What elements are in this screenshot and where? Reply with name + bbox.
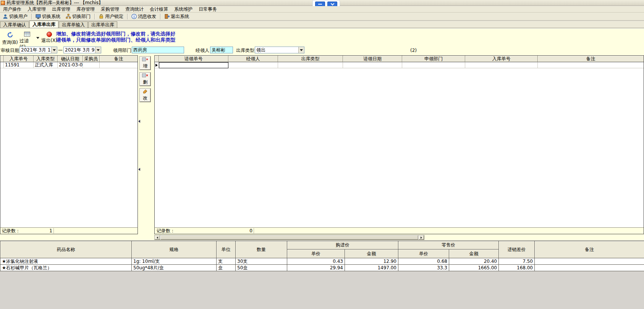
inbound-cell-type[interactable]: 正式入库 [34,62,58,68]
req-cell-req-date[interactable] [343,62,402,68]
inbound-cell-order-no[interactable]: 11591 [4,62,34,68]
detail-cell-spec[interactable]: 1g: 10ml/支 [132,258,217,265]
req-cell-inbound-no[interactable] [465,62,538,68]
detail-cell-qty[interactable]: 30支 [236,258,287,265]
detail-cell-retail-price[interactable]: 33.3 [398,265,449,271]
detail-row[interactable]: ★石杉碱甲片（瓦格兰） 50ug*48片/盒 盒 50盒 29.94 1497.… [0,265,644,271]
filter-button[interactable]: 过滤(F) [19,31,35,45]
message-button[interactable]: 消息收发 [129,13,159,21]
date-to-value: 2021年 3月 9日 [64,47,95,53]
current-row-marker-icon [155,64,158,67]
handler-input[interactable]: 吴榕彬 [210,47,233,53]
delete-button-label: 删 [143,79,147,85]
detail-cell-remark[interactable] [535,258,644,265]
query-button-label: 查询(B) [2,39,18,46]
detail-row[interactable]: ★浓氯化钠注射液 1g: 10ml/支 支 30支 0.43 12.90 0.6… [0,258,644,265]
requisition-record-count: 0 [175,228,254,233]
menu-item-user-operations[interactable]: 用户操作 [0,6,24,13]
scroll-right-button[interactable] [419,235,424,240]
req-col-dept: 申领部门 [402,56,465,62]
detail-cell-purchase-price[interactable]: 0.43 [287,258,345,265]
inbound-col-buyer: 采购员 [83,56,100,62]
req-cell-dept[interactable] [402,62,465,68]
detail-cell-spec[interactable]: 50ug*48片/盒 [132,265,217,271]
menu-item-query-stats[interactable]: 查询统计 [122,6,147,13]
menu-item-system-maintenance[interactable]: 系统维护 [171,6,196,13]
requisition-row[interactable] [155,62,644,68]
detail-cell-unit[interactable]: 盒 [217,265,236,271]
dept-label: 领用部门 [113,47,131,54]
switch-system-label: 切换系统 [42,13,60,20]
req-cell-req-no[interactable] [159,62,228,68]
modify-button[interactable]: 改 [140,89,150,102]
date-to-dropdown[interactable] [95,47,101,53]
scroll-left-button[interactable] [155,235,160,240]
switch-user-button[interactable]: 切换用户 [0,13,30,21]
detail-cell-drug[interactable]: ★石杉碱甲片（瓦格兰） [0,265,132,271]
detail-cell-retail-amount[interactable]: 1665.00 [449,265,499,271]
refresh-icon [7,32,13,39]
menu-item-inventory-mgmt[interactable]: 库存管理 [73,6,98,13]
count-badge: (2) [410,47,417,54]
detail-cell-retail-amount[interactable]: 20.40 [449,258,499,265]
req-cell-outbound-type[interactable] [278,62,343,68]
outbound-type-label: 出库类型 [236,47,254,54]
req-cell-handler[interactable] [228,62,278,68]
detail-col-price-diff: 进销差价 [499,241,535,258]
detail-cell-purchase-amount[interactable]: 12.90 [345,258,398,265]
chevron-down-icon [97,49,100,51]
menu-item-inbound-mgmt[interactable]: 入库管理 [24,6,49,13]
exit-button[interactable]: 退出(X) [40,31,58,45]
delete-button[interactable]: 删 [140,72,150,86]
dept-input[interactable]: 西药房 [132,47,184,53]
app-window: 药库管理系统【西药库--吴榕彬】--- 【mchis】 用户操作 入库管理 出库… [0,0,644,309]
inbound-row[interactable]: 11591 正式入库 2021-03-08 [0,62,138,68]
date-to-combo[interactable]: 2021年 3月 9日 [63,47,101,53]
detail-cell-purchase-price[interactable]: 29.94 [287,265,345,271]
detail-col-purchase-amount: 金额 [345,249,398,258]
menu-item-purchase-mgmt[interactable]: 采购管理 [98,6,122,13]
switch-system-button[interactable]: 切换系统 [33,13,63,21]
req-cell-remark[interactable] [538,62,644,68]
add-button[interactable]: 增 [140,56,150,70]
menu-item-outbound-mgmt[interactable]: 出库管理 [49,6,73,13]
detail-cell-purchase-amount[interactable]: 1497.00 [345,265,398,271]
detail-col-purchase-unit-price: 单价 [287,249,345,258]
date-from-combo[interactable]: 2021年 3月 1日 [19,47,57,53]
menu-item-daily-affairs[interactable]: 日常事务 [196,6,220,13]
menu-bar: 用户操作 入库管理 出库管理 库存管理 采购管理 查询统计 会计核算 系统维护 … [0,6,644,13]
detail-cell-remark[interactable] [535,265,644,271]
requisition-grid-footer: 记录数： 0 [154,227,644,234]
splitter-collapse-top-icon[interactable] [138,119,141,124]
outbound-type-dropdown[interactable] [298,47,304,53]
filter-dropdown-button[interactable] [36,35,40,40]
toolbar-separator [31,14,32,19]
detail-colgroup-retail: 零售价 单价 金额 [398,241,499,258]
exit-system-button[interactable]: 退出系统 [162,13,191,21]
scrollbar-thumb[interactable] [160,235,418,240]
detail-cell-diff[interactable]: 7.50 [499,258,535,265]
splitter-collapse-bottom-icon[interactable] [138,167,141,172]
detail-cell-qty[interactable]: 50盒 [236,265,287,271]
menu-item-accounting[interactable]: 会计核算 [147,6,171,13]
inbound-cell-buyer[interactable] [83,62,100,68]
detail-cell-retail-price[interactable]: 0.68 [398,258,449,265]
hint-text-line2: 请领单，只能修改单据的领用部门、经领人和出库类型 [56,37,175,43]
detail-cell-diff[interactable]: 168.00 [499,265,535,271]
inbound-cell-confirm-date[interactable]: 2021-03-08 [58,62,83,68]
query-button[interactable]: 查询(B) [1,31,19,45]
inbound-cell-remark[interactable] [100,62,138,68]
tab-inbound-outbound[interactable]: 入库单出库 [29,21,58,28]
switch-department-button[interactable]: 切换部门 [63,13,93,21]
lock-user-button[interactable]: 用户锁定 [96,13,126,21]
tab-outbound-input[interactable]: 出库单输入 [59,21,88,28]
horizontal-scrollbar[interactable] [154,235,424,240]
requisition-selector-header [155,56,159,62]
detail-col-retail-amount: 金额 [449,249,499,258]
detail-cell-drug[interactable]: ★浓氯化钠注射液 [0,258,132,265]
tab-inbound-confirm[interactable]: 入库单确认 [0,21,29,28]
date-from-dropdown[interactable] [51,47,57,53]
outbound-type-combo[interactable]: 领出 [255,47,304,53]
detail-cell-unit[interactable]: 支 [217,258,236,265]
tab-outbound-issue[interactable]: 出库单出库 [88,21,117,28]
